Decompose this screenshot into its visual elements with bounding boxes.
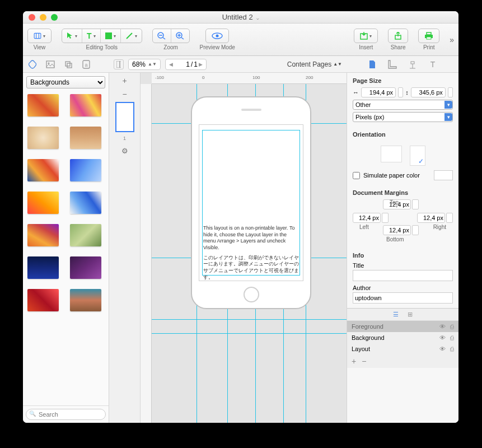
zoom-select[interactable]: 68%▲▼ [128,59,161,70]
page-canvas[interactable]: This layout is on a non-printable layer.… [191,96,311,309]
remove-layer-button[interactable]: − [362,357,366,366]
margin-left-field[interactable] [353,213,381,223]
background-thumb[interactable] [70,127,101,149]
author-label: Author [353,284,453,291]
page-thumb-number: 1 [123,136,126,141]
svg-rect-20 [65,62,70,66]
eye-icon [212,32,223,39]
layer-row[interactable]: Background👁⎙ [347,332,458,343]
inspector-tab-document[interactable] [367,59,377,69]
insert-button[interactable]: ▾ [354,29,378,43]
search-input[interactable] [26,409,106,420]
ruler-vertical [141,84,152,423]
orientation-landscape[interactable] [381,146,402,162]
background-thumb[interactable] [27,256,59,279]
background-thumb[interactable] [70,256,101,279]
print-icon [424,32,433,40]
line-tool[interactable]: ▾ [121,29,142,43]
share-button[interactable] [388,29,408,43]
grid-tab[interactable]: ⊞ [408,311,413,318]
content-pages-dropdown[interactable]: Content Pages▲▼ [287,60,342,68]
background-thumb[interactable] [27,192,59,214]
svg-text:a: a [85,62,87,68]
width-field[interactable] [361,87,396,97]
library-tab-clipart[interactable] [63,59,73,69]
canvas-area[interactable]: -1000100200300 [141,73,347,423]
background-thumb[interactable] [27,159,59,181]
background-thumb[interactable] [27,224,59,246]
eye-icon[interactable]: 👁 [439,346,446,352]
width-stepper[interactable] [398,87,403,97]
height-stepper[interactable] [448,87,453,97]
height-field[interactable] [411,87,446,97]
background-thumb[interactable] [70,192,101,214]
page-total: 1 [194,60,198,68]
page-number-field[interactable]: ◀ / 1 ▶ [165,59,207,70]
eye-icon[interactable]: 👁 [439,334,446,341]
chevron-down-icon: ⌵ [256,16,259,21]
title-field[interactable] [353,270,453,281]
settings-icon[interactable]: ⚙ [121,147,128,155]
background-thumb[interactable] [27,127,59,149]
library-tab-images[interactable] [45,59,55,69]
toolbar-overflow[interactable]: » [450,35,454,44]
page-current-input[interactable] [174,60,190,68]
layers-tab[interactable]: ☰ [393,311,399,318]
shape-tool[interactable]: ▾ [101,29,121,43]
paper-color-swatch[interactable] [434,170,453,180]
app-window: Untitled 2 ⌵ ▾ View ▾ T▾ ▾ ▾ Editing Too… [23,11,458,423]
inspector-tab-text[interactable]: T [428,59,438,69]
layer-row[interactable]: Foreground👁⎙ [347,321,458,332]
svg-rect-16 [427,32,431,35]
orientation-portrait[interactable] [410,146,425,166]
margin-right-field[interactable] [417,213,445,223]
zoom-in-button[interactable] [171,29,189,43]
info-heading: Info [353,252,453,259]
view-button[interactable]: ▾ [27,29,52,43]
margin-bottom-field[interactable] [383,225,411,235]
remove-page-button[interactable]: − [122,90,127,99]
inspector-tab-geometry[interactable] [387,59,397,69]
background-thumb[interactable] [27,289,59,311]
second-toolbar: a 68%▲▼ ◀ / 1 ▶ Content Pages▲▼ T [23,56,458,73]
line-icon [125,32,133,40]
eye-icon[interactable]: 👁 [439,323,446,330]
author-field[interactable] [353,292,453,304]
background-thumb[interactable] [70,159,101,181]
preview-button[interactable] [205,29,229,43]
page-thumbnail[interactable] [115,102,134,132]
svg-rect-25 [120,61,121,68]
pointer-tool[interactable]: ▾ [62,29,82,43]
inspector-tab-appearance[interactable] [408,59,418,69]
add-layer-button[interactable]: + [352,357,356,366]
background-thumb[interactable] [70,94,101,116]
layer-row[interactable]: Layout👁⎙ [347,343,458,354]
background-thumb[interactable] [27,94,59,116]
background-thumb[interactable] [70,224,101,246]
units-dropdown[interactable]: Pixels (px)▾ [353,112,453,122]
print-icon[interactable]: ⎙ [450,323,454,330]
category-select[interactable]: Backgrounds [26,76,105,88]
svg-rect-24 [116,61,120,68]
zoom-out-button[interactable] [153,29,171,43]
height-icon: ↕ [405,89,409,96]
main-toolbar: ▾ View ▾ T▾ ▾ ▾ Editing Tools Zoom [23,24,458,56]
simulate-paper-checkbox[interactable] [353,172,360,179]
library-tab-text[interactable]: a [81,59,91,69]
background-thumb[interactable] [70,289,101,311]
library-tab-shapes[interactable] [27,59,38,69]
panels-icon [34,32,41,40]
print-icon[interactable]: ⎙ [450,334,454,341]
print-icon[interactable]: ⎙ [450,346,454,352]
view-label: View [34,44,46,50]
print-button[interactable] [418,29,439,43]
size-preset-dropdown[interactable]: Other▾ [353,100,453,110]
add-page-button[interactable]: + [122,76,127,85]
text-tool[interactable]: T▾ [82,29,101,43]
thumbnails-toggle[interactable] [114,59,124,69]
insert-icon [360,32,368,40]
insert-label: Insert [359,44,373,50]
svg-point-19 [48,62,50,64]
zoom-group [152,29,190,43]
svg-rect-21 [67,63,72,68]
